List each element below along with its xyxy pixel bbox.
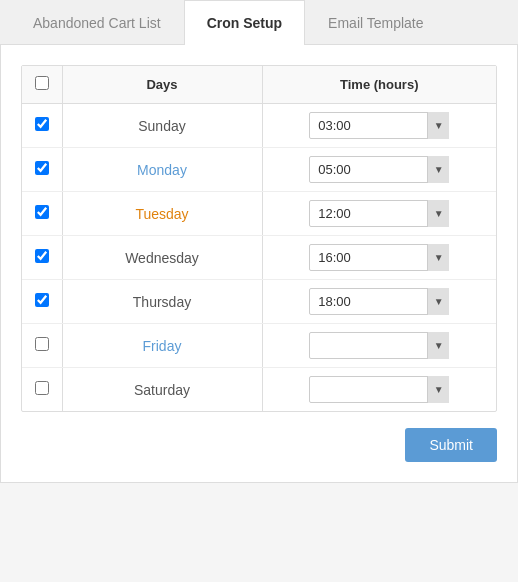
time-cell-friday: 01:0002:0003:0004:0005:0006:0007:0008:00… (262, 324, 496, 368)
checkbox-tuesday[interactable] (35, 205, 49, 219)
checkbox-saturday[interactable] (35, 381, 49, 395)
day-label-wednesday: Wednesday (125, 250, 199, 266)
checkbox-monday[interactable] (35, 161, 49, 175)
day-cell-wednesday: Wednesday (62, 236, 262, 280)
table-row: Sunday01:0002:0003:0004:0005:0006:0007:0… (22, 104, 496, 148)
day-label-monday: Monday (137, 162, 187, 178)
time-select-friday[interactable]: 01:0002:0003:0004:0005:0006:0007:0008:00… (309, 332, 449, 359)
time-cell-thursday: 01:0002:0003:0004:0005:0006:0007:0008:00… (262, 280, 496, 324)
day-label-thursday: Thursday (133, 294, 191, 310)
day-cell-sunday: Sunday (62, 104, 262, 148)
time-select-wrapper-saturday: 01:0002:0003:0004:0005:0006:0007:0008:00… (309, 376, 449, 403)
time-select-saturday[interactable]: 01:0002:0003:0004:0005:0006:0007:0008:00… (309, 376, 449, 403)
checkbox-friday[interactable] (35, 337, 49, 351)
checkbox-cell-sunday (22, 104, 62, 148)
header-checkbox-col (22, 66, 62, 104)
table-header-row: Days Time (hours) (22, 66, 496, 104)
checkbox-cell-saturday (22, 368, 62, 412)
time-cell-wednesday: 01:0002:0003:0004:0005:0006:0007:0008:00… (262, 236, 496, 280)
day-label-friday: Friday (143, 338, 182, 354)
day-label-saturday: Saturday (134, 382, 190, 398)
tabs-container: Abandoned Cart List Cron Setup Email Tem… (0, 0, 518, 45)
day-cell-thursday: Thursday (62, 280, 262, 324)
header-time: Time (hours) (262, 66, 496, 104)
time-cell-saturday: 01:0002:0003:0004:0005:0006:0007:0008:00… (262, 368, 496, 412)
time-select-monday[interactable]: 01:0002:0003:0004:0005:0006:0007:0008:00… (309, 156, 449, 183)
submit-button[interactable]: Submit (405, 428, 497, 462)
checkbox-cell-tuesday (22, 192, 62, 236)
time-select-wrapper-friday: 01:0002:0003:0004:0005:0006:0007:0008:00… (309, 332, 449, 359)
checkbox-cell-monday (22, 148, 62, 192)
time-select-wrapper-thursday: 01:0002:0003:0004:0005:0006:0007:0008:00… (309, 288, 449, 315)
header-days: Days (62, 66, 262, 104)
table-row: Friday01:0002:0003:0004:0005:0006:0007:0… (22, 324, 496, 368)
time-cell-sunday: 01:0002:0003:0004:0005:0006:0007:0008:00… (262, 104, 496, 148)
table-row: Saturday01:0002:0003:0004:0005:0006:0007… (22, 368, 496, 412)
table-row: Thursday01:0002:0003:0004:0005:0006:0007… (22, 280, 496, 324)
table-row: Monday01:0002:0003:0004:0005:0006:0007:0… (22, 148, 496, 192)
time-select-sunday[interactable]: 01:0002:0003:0004:0005:0006:0007:0008:00… (309, 112, 449, 139)
time-select-wrapper-monday: 01:0002:0003:0004:0005:0006:0007:0008:00… (309, 156, 449, 183)
table-row: Wednesday01:0002:0003:0004:0005:0006:000… (22, 236, 496, 280)
submit-row: Submit (21, 428, 497, 462)
cron-table: Days Time (hours) Sunday01:0002:0003:000… (22, 66, 496, 411)
checkbox-wednesday[interactable] (35, 249, 49, 263)
day-cell-tuesday: Tuesday (62, 192, 262, 236)
day-cell-friday: Friday (62, 324, 262, 368)
checkbox-sunday[interactable] (35, 117, 49, 131)
select-all-checkbox[interactable] (35, 76, 49, 90)
checkbox-thursday[interactable] (35, 293, 49, 307)
checkbox-cell-thursday (22, 280, 62, 324)
table-row: Tuesday01:0002:0003:0004:0005:0006:0007:… (22, 192, 496, 236)
time-select-thursday[interactable]: 01:0002:0003:0004:0005:0006:0007:0008:00… (309, 288, 449, 315)
checkbox-cell-wednesday (22, 236, 62, 280)
time-select-wrapper-tuesday: 01:0002:0003:0004:0005:0006:0007:0008:00… (309, 200, 449, 227)
tab-email-template[interactable]: Email Template (305, 0, 446, 45)
time-select-wednesday[interactable]: 01:0002:0003:0004:0005:0006:0007:0008:00… (309, 244, 449, 271)
time-select-wrapper-wednesday: 01:0002:0003:0004:0005:0006:0007:0008:00… (309, 244, 449, 271)
day-cell-saturday: Saturday (62, 368, 262, 412)
day-label-tuesday: Tuesday (135, 206, 188, 222)
time-cell-tuesday: 01:0002:0003:0004:0005:0006:0007:0008:00… (262, 192, 496, 236)
tab-abandoned-cart-list[interactable]: Abandoned Cart List (10, 0, 184, 45)
tab-cron-setup[interactable]: Cron Setup (184, 0, 305, 45)
time-select-wrapper-sunday: 01:0002:0003:0004:0005:0006:0007:0008:00… (309, 112, 449, 139)
time-select-tuesday[interactable]: 01:0002:0003:0004:0005:0006:0007:0008:00… (309, 200, 449, 227)
checkbox-cell-friday (22, 324, 62, 368)
content-area: Days Time (hours) Sunday01:0002:0003:000… (0, 45, 518, 483)
time-cell-monday: 01:0002:0003:0004:0005:0006:0007:0008:00… (262, 148, 496, 192)
table-container: Days Time (hours) Sunday01:0002:0003:000… (21, 65, 497, 412)
day-cell-monday: Monday (62, 148, 262, 192)
day-label-sunday: Sunday (138, 118, 185, 134)
